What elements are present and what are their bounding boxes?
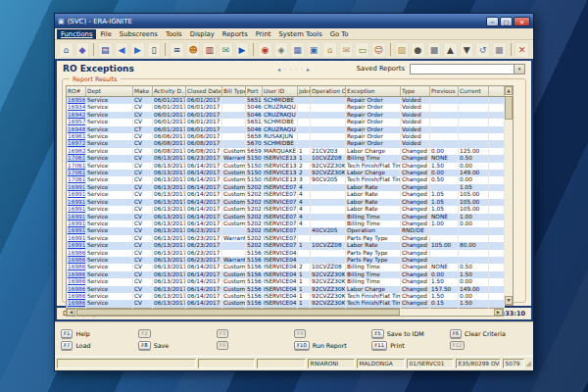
house-icon[interactable]: ⌂ <box>322 42 337 58</box>
column-header-user-id[interactable]: User ID <box>263 86 298 97</box>
ro-number-link[interactable]: 16986 <box>68 286 85 292</box>
f7-load-button[interactable]: F7Load <box>61 341 138 350</box>
ro-number-link[interactable]: 16991 <box>68 242 85 248</box>
ro-number-link[interactable]: 17061 <box>68 176 85 182</box>
ro-number-link[interactable]: 16986 <box>68 278 85 284</box>
pagination-next-icon[interactable]: ▸ <box>307 66 311 73</box>
scroll-left-icon[interactable]: ◀ <box>67 309 75 316</box>
monitor-icon[interactable]: ▣ <box>307 42 321 58</box>
vertical-scrollbar[interactable]: ▲ ▼ <box>505 85 514 306</box>
ro-number-link[interactable]: 16957 <box>68 119 85 124</box>
document-icon[interactable]: ▭ <box>355 42 369 58</box>
menu-item-tools[interactable]: Tools <box>162 29 186 39</box>
column-header-ro[interactable]: RO# <box>67 86 86 97</box>
resize-grip[interactable]: ◢ <box>526 360 531 368</box>
titlebar[interactable]: ▣ (SVC) - ERA-IGNITE ─ □ ✕ <box>55 14 533 28</box>
table-row[interactable]: 16961ServiceCV06/06/201706/06/20175658RU… <box>67 133 505 140</box>
sort-down-icon[interactable]: ▼ <box>460 42 474 58</box>
ro-number-link[interactable]: 16986 <box>68 257 85 263</box>
scroll-up-icon[interactable]: ▲ <box>505 86 513 95</box>
menu-item-subscreens[interactable]: Subscreens <box>116 29 162 39</box>
target-icon[interactable]: ◉ <box>258 42 272 58</box>
table-row[interactable]: 16934ServiceCV06/01/201706/01/20175046CR… <box>67 104 505 111</box>
table-row[interactable]: 16986ServiceCV06/13/201706/23/20175156IS… <box>67 250 505 257</box>
table-row[interactable]: 16991ServiceCV06/13/201706/14/2017Custom… <box>67 199 505 206</box>
ro-number-link[interactable]: 16991 <box>68 220 85 226</box>
sort-up-icon[interactable]: ▲ <box>443 42 458 58</box>
menu-item-file[interactable]: File <box>96 29 115 39</box>
menu-item-print[interactable]: Print <box>252 29 275 39</box>
table-row[interactable]: 16991ServiceCV06/13/201706/14/2017Custom… <box>67 214 505 220</box>
scroll-down-icon[interactable]: ▼ <box>505 296 513 305</box>
home-icon[interactable]: ⌂ <box>59 42 74 58</box>
run-icon[interactable]: ▶ <box>235 42 250 58</box>
column-header-activity-d[interactable]: Activity D...▼ <box>153 86 186 97</box>
table-row[interactable]: 16942ServiceCV06/01/201706/01/20175046CR… <box>67 112 505 119</box>
ro-number-link[interactable]: 16991 <box>68 199 85 205</box>
ro-number-link[interactable]: 16991 <box>68 214 85 220</box>
ro-number-link[interactable]: 17061 <box>68 155 85 161</box>
ro-number-link[interactable]: 16991 <box>68 227 85 233</box>
mail-icon[interactable]: ✉ <box>339 42 354 58</box>
column-header-make[interactable]: Make <box>133 86 153 97</box>
maximize-button[interactable]: □ <box>500 17 513 26</box>
forward-icon[interactable]: ▶ <box>130 42 145 58</box>
vscroll-thumb[interactable] <box>505 96 513 120</box>
grid-icon[interactable]: ▦ <box>290 42 305 58</box>
column-header-exception[interactable]: Exception <box>346 86 401 97</box>
menu-item-functions[interactable]: Functions <box>57 29 96 39</box>
knot-icon[interactable]: ● <box>411 42 425 58</box>
ro-number-link[interactable]: 16948 <box>68 126 85 132</box>
folder-icon[interactable]: ▨ <box>395 42 410 58</box>
table-row[interactable]: 16986ServiceCV06/13/201706/14/2017Custom… <box>67 300 505 308</box>
horizontal-scrollbar[interactable]: ◀ ▶ <box>66 309 504 317</box>
table-row[interactable]: 16991ServiceCV06/13/201706/14/2017Custom… <box>67 220 505 227</box>
ro-number-link[interactable]: 16942 <box>68 112 85 118</box>
table-row[interactable]: 16991ServiceCV06/13/201706/23/20175202IS… <box>67 227 505 234</box>
f11-print-button[interactable]: F11Print <box>371 341 449 350</box>
chevron-down-icon[interactable]: ▾ <box>514 65 524 74</box>
column-header-port[interactable]: Port <box>246 86 263 97</box>
f5-save-to-idm-button[interactable]: F5Save to IDM <box>371 329 449 338</box>
goto-icon[interactable]: ◆ <box>75 42 90 58</box>
ro-number-link[interactable]: 16986 <box>68 264 85 270</box>
menu-item-display[interactable]: Display <box>186 29 219 39</box>
scroll-right-icon[interactable]: ▶ <box>494 309 503 316</box>
ro-number-link[interactable]: 16972 <box>68 140 85 146</box>
table-row[interactable]: 16991ServiceCV06/13/201706/23/2017Warran… <box>67 235 505 242</box>
column-header-type[interactable]: Type <box>401 86 430 97</box>
column-header-current[interactable]: Current <box>459 86 489 97</box>
ro-number-link[interactable]: 16991 <box>68 184 85 190</box>
table-row[interactable]: 16957ServiceCV06/01/201706/01/20175651SC… <box>67 119 505 125</box>
ro-number-link[interactable]: 16956 <box>68 97 85 103</box>
ro-number-link[interactable]: 16986 <box>68 300 85 306</box>
table-row[interactable]: 16986ServiceCV06/13/201706/14/2017Custom… <box>67 271 505 278</box>
window-icon[interactable]: ▯ <box>147 42 162 58</box>
ro-number-link[interactable]: 16986 <box>68 250 85 256</box>
hscroll-thumb[interactable] <box>76 309 400 316</box>
person-icon[interactable]: ☺ <box>371 42 386 58</box>
ro-number-link[interactable]: 17061 <box>68 163 85 169</box>
table-row[interactable]: 16956ServiceCV06/01/201706/01/20175651SC… <box>67 97 505 105</box>
menu-item-system-tools[interactable]: System Tools <box>274 29 325 39</box>
table-row[interactable]: 16991ServiceCV06/13/201706/23/20175202IS… <box>67 242 505 249</box>
ro-number-link[interactable]: 16991 <box>68 206 85 212</box>
table-row[interactable]: 17061ServiceCV06/13/201706/14/2017Custom… <box>67 176 505 183</box>
table-row[interactable]: 16986ServiceCV06/13/201706/14/2017Custom… <box>67 293 505 300</box>
column-header-bill-type[interactable]: Bill Type <box>222 86 246 97</box>
column-header-dept[interactable]: Dept <box>86 86 133 97</box>
column-header-operation-code[interactable]: Operation Code <box>311 86 346 97</box>
saved-reports-combobox[interactable]: ▾ <box>410 64 525 74</box>
ro-number-link[interactable]: 16991 <box>68 191 85 197</box>
table-row[interactable]: 16986ServiceCV06/13/201706/14/2017Custom… <box>67 264 505 270</box>
f6-clear-criteria-button[interactable]: F6Clear Criteria <box>450 329 527 338</box>
f8-save-button[interactable]: F8Save <box>138 341 216 350</box>
table-row[interactable]: 16991ServiceCV06/13/201706/14/2017Custom… <box>67 206 505 213</box>
ro-number-link[interactable]: 16934 <box>68 104 85 110</box>
ro-number-link[interactable]: 16986 <box>68 293 85 299</box>
back-icon[interactable]: ◀ <box>115 42 129 58</box>
table-row[interactable]: 16986ServiceCV06/13/201706/23/2017Warran… <box>67 257 505 264</box>
table-row[interactable]: 16986ServiceCV06/13/201706/14/2017Custom… <box>67 286 505 293</box>
table-row[interactable]: 16991ServiceCV06/13/201706/14/2017Custom… <box>67 191 505 198</box>
ro-number-link[interactable]: 16986 <box>68 271 85 277</box>
